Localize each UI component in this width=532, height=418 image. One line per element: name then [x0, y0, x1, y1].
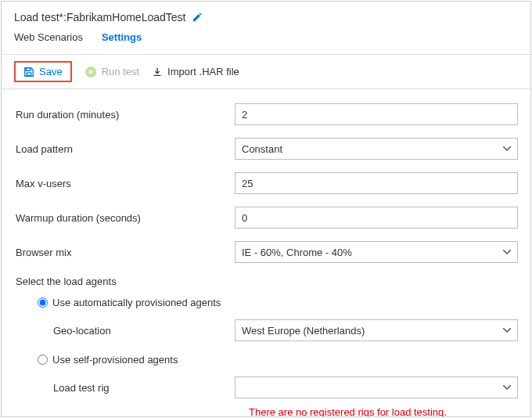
max-vusers-input[interactable]: [235, 172, 518, 194]
tab-settings[interactable]: Settings: [102, 31, 142, 46]
browser-mix-label: Browser mix: [16, 247, 235, 258]
tab-bar: Web Scenarios Settings: [2, 31, 530, 55]
play-icon: [84, 66, 97, 78]
header: Load test*:FabrikamHomeLoadTest: [2, 2, 530, 31]
rig-select[interactable]: [235, 377, 518, 398]
radio-self-agents-label: Use self-provisioned agents: [52, 354, 178, 366]
import-har-label: Import .HAR file: [167, 66, 239, 77]
row-rig: Load test rig: [16, 377, 518, 398]
page-container: Load test*:FabrikamHomeLoadTest Web Scen…: [1, 1, 531, 417]
geo-select[interactable]: West Europe (Netherlands): [235, 319, 518, 341]
load-pattern-select[interactable]: Constant: [235, 138, 518, 160]
save-icon: [23, 67, 34, 77]
browser-mix-select[interactable]: IE - 60%, Chrome - 40%: [235, 241, 518, 263]
row-warmup: Warmup duration (seconds): [16, 207, 518, 229]
toolbar: Save Run test Import .HAR file: [2, 55, 530, 89]
save-label: Save: [39, 66, 63, 77]
row-run-duration: Run duration (minutes): [16, 103, 518, 125]
row-browser-mix: Browser mix IE - 60%, Chrome - 40%: [16, 241, 518, 263]
warmup-label: Warmup duration (seconds): [16, 212, 235, 224]
row-load-pattern: Load pattern Constant: [16, 138, 518, 160]
page-title: Load test*:FabrikamHomeLoadTest: [14, 11, 185, 23]
settings-form: Run duration (minutes) Load pattern Cons…: [2, 89, 530, 416]
run-test-button: Run test: [84, 66, 139, 78]
radio-self-agents[interactable]: [38, 355, 48, 365]
edit-title-icon[interactable]: [192, 12, 203, 23]
download-icon: [152, 67, 163, 77]
row-geo: Geo-location West Europe (Netherlands): [16, 319, 518, 341]
radio-auto-agents-row: Use automatically provisioned agents: [16, 297, 518, 308]
run-test-label: Run test: [102, 66, 139, 77]
row-max-vusers: Max v-users: [16, 172, 518, 194]
warmup-input[interactable]: [235, 207, 518, 229]
radio-self-agents-row: Use self-provisioned agents: [16, 354, 518, 366]
tab-web-scenarios[interactable]: Web Scenarios: [14, 31, 83, 46]
save-button[interactable]: Save: [14, 61, 72, 82]
select-agents-label: Select the load agents: [16, 276, 518, 287]
rig-error-text: There are no registered rigs for load te…: [16, 406, 518, 416]
run-duration-input[interactable]: [235, 103, 518, 125]
radio-auto-agents-label: Use automatically provisioned agents: [52, 297, 221, 308]
run-duration-label: Run duration (minutes): [16, 109, 235, 121]
radio-auto-agents[interactable]: [38, 297, 48, 308]
max-vusers-label: Max v-users: [16, 178, 235, 189]
load-pattern-label: Load pattern: [16, 143, 235, 155]
rig-label: Load test rig: [53, 382, 235, 394]
import-har-button[interactable]: Import .HAR file: [152, 66, 239, 77]
geo-label: Geo-location: [53, 325, 235, 337]
